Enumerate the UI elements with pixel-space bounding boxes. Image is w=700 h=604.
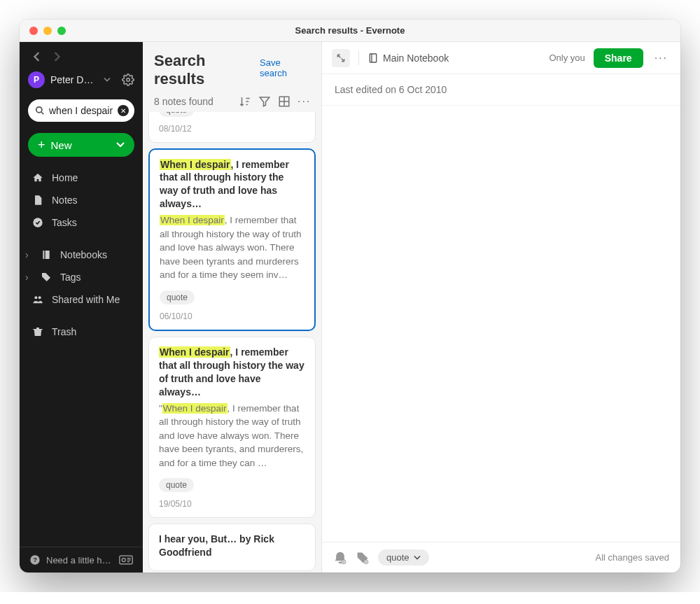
note-card[interactable]: Ieyasu T… quote 08/10/12: [148, 112, 316, 143]
sidebar: P Peter Da… when I despair ✕ + New Home: [20, 42, 143, 573]
more-actions-button[interactable]: ···: [652, 52, 671, 64]
sidebar-item-label: Trash: [52, 326, 76, 337]
note-card[interactable]: I hear you, But… by Rick Goodfriend: [148, 524, 316, 571]
settings-gear-icon[interactable]: [122, 73, 134, 86]
share-button[interactable]: Share: [594, 48, 643, 68]
sidebar-item-label: Notes: [52, 195, 78, 206]
reminder-icon[interactable]: [333, 551, 347, 565]
card-title: I hear you, But… by Rick Goodfriend: [159, 533, 305, 559]
new-button[interactable]: + New: [28, 133, 134, 157]
note-content-area[interactable]: [322, 106, 680, 542]
close-window-button[interactable]: [29, 27, 38, 35]
svg-point-6: [38, 296, 41, 299]
account-chevron-icon[interactable]: [104, 76, 111, 83]
svg-point-1: [36, 107, 42, 113]
add-tag-icon[interactable]: [356, 551, 370, 565]
card-date: 08/10/12: [159, 124, 305, 134]
home-icon: [32, 172, 43, 183]
chevron-down-icon: [116, 141, 125, 149]
svg-rect-4: [44, 251, 45, 259]
svg-rect-12: [370, 54, 376, 62]
sidebar-item-home[interactable]: Home: [20, 167, 143, 189]
chevron-down-icon: [414, 554, 421, 561]
footer-tag-label: quote: [386, 552, 410, 563]
sidebar-item-label: Home: [52, 172, 78, 183]
help-label: Need a little help?: [46, 555, 113, 566]
note-card[interactable]: When I despair, I remember that all thro…: [148, 337, 316, 518]
sidebar-item-label: Notebooks: [60, 249, 107, 260]
search-clear-button[interactable]: ✕: [118, 105, 129, 116]
note-card-selected[interactable]: When I despair, I remember that all thro…: [148, 148, 316, 331]
notebook-selector[interactable]: Main Notebook: [368, 52, 449, 64]
sidebar-item-notes[interactable]: Notes: [20, 189, 143, 211]
sidebar-item-label: Tasks: [52, 217, 77, 228]
card-date: 19/05/10: [159, 499, 305, 509]
search-value: when I despair: [49, 105, 113, 116]
tag-chip[interactable]: quote: [159, 112, 194, 117]
sidebar-item-shared[interactable]: Shared with Me: [20, 288, 143, 311]
svg-text:?: ?: [33, 556, 37, 563]
view-mode-icon[interactable]: [278, 95, 290, 108]
expand-note-button[interactable]: [332, 49, 350, 67]
sidebar-item-tasks[interactable]: Tasks: [20, 211, 143, 234]
tag-chip[interactable]: quote: [160, 290, 195, 304]
svg-point-10: [122, 559, 125, 562]
sharing-status[interactable]: Only you: [549, 52, 584, 63]
titlebar: Search results - Evernote: [20, 20, 680, 42]
shared-icon: [32, 294, 43, 305]
new-button-label: New: [51, 139, 72, 151]
card-title: When I despair, I remember that all thro…: [160, 158, 304, 211]
card-body: When I despair, I remember that all thro…: [160, 213, 304, 282]
card-body: "When I despair, I remember that all thr…: [159, 402, 305, 470]
nav-back-button[interactable]: [34, 52, 41, 62]
notebook-name: Main Notebook: [383, 52, 449, 64]
filter-icon[interactable]: [258, 95, 271, 108]
footer-tag-chip[interactable]: quote: [378, 549, 429, 566]
window-controls: [20, 27, 66, 35]
contact-icon: [119, 555, 133, 565]
help-icon: ?: [29, 554, 41, 566]
sidebar-item-label: Shared with Me: [52, 294, 120, 305]
trash-icon: [32, 326, 43, 337]
sidebar-item-notebooks[interactable]: › Notebooks: [20, 244, 143, 266]
last-edited: Last edited on 6 Oct 2010: [322, 74, 680, 106]
results-count: 8 notes found: [154, 96, 232, 107]
fullscreen-window-button[interactable]: [57, 27, 66, 35]
note-icon: [32, 195, 43, 206]
sidebar-item-label: Tags: [60, 272, 81, 283]
chevron-right-icon: ›: [25, 272, 31, 283]
note-list: Search results Save search 8 notes found…: [143, 42, 322, 573]
list-title: Search results: [154, 52, 260, 88]
nav-forward-button[interactable]: [53, 52, 60, 62]
notebook-icon: [368, 52, 379, 64]
tasks-icon: [32, 217, 43, 228]
app-window: Search results - Evernote P Peter Da… wh…: [20, 20, 680, 573]
plus-icon: +: [38, 139, 46, 151]
tag-icon: [41, 272, 52, 283]
note-detail: Main Notebook Only you Share ··· Last ed…: [322, 42, 680, 573]
search-input[interactable]: when I despair ✕: [28, 99, 134, 122]
card-date: 06/10/10: [160, 311, 304, 321]
notebook-icon: [41, 249, 52, 260]
avatar[interactable]: P: [28, 71, 45, 88]
window-title: Search results - Evernote: [20, 25, 680, 36]
save-status: All changes saved: [595, 552, 669, 563]
chevron-right-icon: ›: [25, 249, 31, 260]
help-button[interactable]: ? Need a little help?: [20, 547, 143, 573]
svg-rect-3: [43, 251, 49, 259]
search-icon: [35, 106, 45, 115]
minimize-window-button[interactable]: [43, 27, 52, 35]
sort-icon[interactable]: [239, 95, 251, 108]
svg-point-5: [34, 296, 37, 299]
card-title: When I despair, I remember that all thro…: [159, 346, 305, 399]
sidebar-item-tags[interactable]: › Tags: [20, 266, 143, 288]
svg-point-0: [127, 78, 130, 82]
sidebar-item-trash[interactable]: Trash: [20, 321, 143, 343]
save-search-link[interactable]: Save search: [260, 57, 310, 78]
tag-chip[interactable]: quote: [159, 478, 194, 492]
account-name[interactable]: Peter Da…: [50, 74, 98, 85]
more-options-icon[interactable]: ···: [298, 95, 310, 108]
